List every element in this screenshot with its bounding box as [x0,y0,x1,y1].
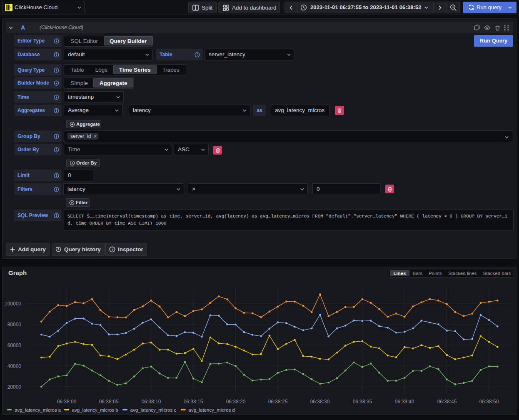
svg-text:avg_latency_micros a: avg_latency_micros a [15,408,61,412]
svg-text:80000: 80000 [7,322,22,328]
svg-text:06:38:35: 06:38:35 [353,399,372,405]
svg-text:06:38:25: 06:38:25 [268,399,288,405]
svg-text:06:38:40: 06:38:40 [395,399,414,405]
svg-text:avg_latency_micros c: avg_latency_micros c [130,408,177,412]
svg-text:20000: 20000 [7,384,22,390]
svg-text:avg_latency_micros d: avg_latency_micros d [189,408,235,412]
svg-text:06:38:50: 06:38:50 [479,399,499,405]
svg-text:60000: 60000 [7,342,22,348]
svg-text:06:38:30: 06:38:30 [310,399,330,405]
svg-text:40000: 40000 [7,363,22,369]
svg-text:06:38:10: 06:38:10 [142,399,161,405]
svg-text:06:38:00: 06:38:00 [57,399,77,405]
svg-text:06:38:05: 06:38:05 [99,399,119,405]
svg-text:06:38:20: 06:38:20 [226,399,246,405]
svg-text:06:38:45: 06:38:45 [437,399,457,405]
svg-text:avg_latency_micros b: avg_latency_micros b [72,408,118,412]
svg-text:100000: 100000 [5,301,21,307]
svg-text:06:38:15: 06:38:15 [184,399,203,405]
